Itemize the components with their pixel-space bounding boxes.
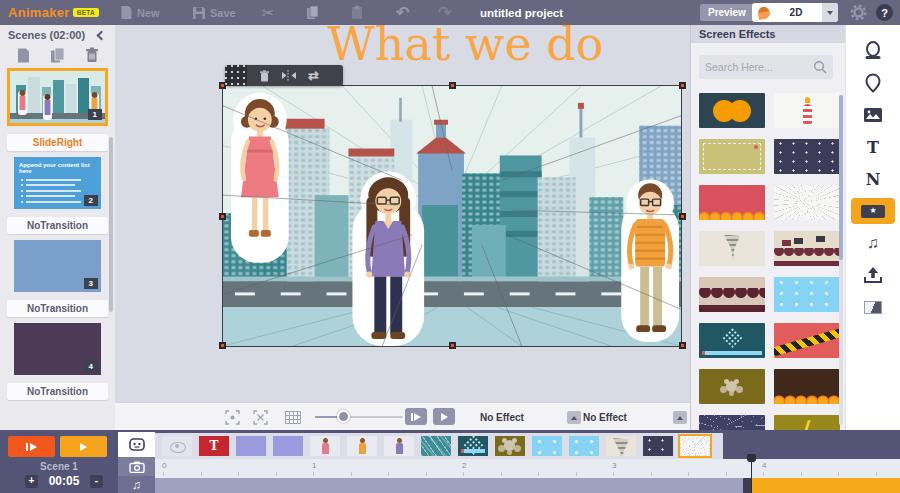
transition-button-scene-3[interactable]: NoTransition [7,300,108,317]
city-scene-image[interactable] [223,86,681,346]
redo-button[interactable]: ↷ [438,0,451,25]
effect-rocket[interactable] [774,93,840,128]
decrease-duration-button[interactable]: - [90,475,103,488]
transition-button-scene-2[interactable]: NoTransition [7,217,108,234]
effect-broken-glass[interactable] [699,415,765,430]
exit-effect-label[interactable]: No Effect [583,403,627,430]
slide-canvas[interactable] [222,85,682,347]
timeline-item-shape[interactable] [273,436,303,456]
center-focus-button[interactable] [225,403,240,430]
new-button[interactable]: New [120,0,160,25]
save-button[interactable]: Save [192,0,236,25]
resize-handle[interactable] [449,342,456,349]
timeline-item-effect-speedlines[interactable] [680,436,710,456]
scene-thumbnail-4[interactable]: 4 [14,323,101,375]
enter-effect-label[interactable]: No Effect [480,403,524,430]
timeline-item-character-purple[interactable] [384,436,414,456]
timeline-item-visibility[interactable] [162,436,192,456]
flip-button[interactable] [282,70,296,81]
chevron-down-icon[interactable] [822,3,838,22]
exit-effect-dropdown-button[interactable] [673,411,687,424]
undo-button[interactable]: ↶ [396,0,409,25]
timeline-ruler[interactable]: 01234 [155,459,900,478]
play-current-scene-button[interactable] [8,436,55,457]
resize-handle[interactable] [219,342,226,349]
camera-track-button[interactable] [118,457,155,476]
audio-clip-orange[interactable] [752,478,900,493]
effect-speed-lines[interactable] [774,185,840,220]
transition-button-scene-1[interactable]: SlideRight [7,134,108,151]
help-button[interactable]: ? [876,4,893,21]
tab-text[interactable]: T [846,131,900,163]
settings-button[interactable] [850,0,867,25]
timeline-item-effect-screen[interactable] [458,436,488,456]
effects-search-box[interactable] [699,55,833,79]
enter-effect-dropdown-button[interactable] [567,411,581,424]
scene-thumbnail-1[interactable]: 1 [7,68,108,126]
effect-crowd[interactable] [699,277,765,312]
audio-track-button[interactable] [118,476,155,493]
character-orange-shirt[interactable] [621,179,679,342]
duplicate-scene-icon[interactable] [50,47,67,63]
swap-button[interactable]: ⇄ [308,68,319,83]
tab-numbers[interactable]: N [846,163,900,195]
effect-flames[interactable] [774,369,840,404]
mode-dropdown[interactable]: 2D [752,3,838,22]
play-all-button[interactable] [60,436,107,457]
effect-binocular-view[interactable] [699,93,765,128]
play-from-here-button[interactable] [405,408,427,425]
character-pink-dress[interactable] [231,93,289,263]
resize-handle[interactable] [679,82,686,89]
cut-button[interactable]: ✂ [262,0,275,25]
playhead-pin[interactable] [747,454,756,462]
effect-camera-frame[interactable] [699,139,765,174]
transition-button-scene-4[interactable]: NoTransition [7,383,108,400]
resize-handle[interactable] [679,213,686,220]
delete-scene-icon[interactable] [85,47,99,63]
collapse-panel-icon[interactable] [97,30,107,40]
delete-item-button[interactable] [259,70,270,82]
effect-video-screen[interactable] [699,323,765,358]
add-scene-icon[interactable] [16,47,31,63]
timeline-item-title[interactable]: T [199,436,229,456]
character-purple-top[interactable] [352,171,424,346]
playhead[interactable] [747,454,756,493]
effect-lightning[interactable] [774,415,840,430]
tab-transitions[interactable] [846,291,900,323]
timeline-item-shape[interactable] [236,436,266,456]
timeline-item-character-pink[interactable] [310,436,340,456]
tab-effects-active[interactable] [851,198,895,224]
zoom-slider[interactable] [315,416,403,418]
timeline-item-effect-tornado[interactable] [606,436,636,456]
zoom-slider-thumb[interactable] [337,410,350,423]
resize-handle[interactable] [219,213,226,220]
tab-properties[interactable] [846,67,900,99]
effect-smoke-blast[interactable] [699,369,765,404]
drag-handle-icon[interactable] [225,65,247,86]
fit-screen-button[interactable] [253,403,268,430]
paste-button[interactable] [350,0,364,25]
scene-thumbnail-2[interactable]: Append your content list here2 [14,157,101,209]
scenes-scrollbar[interactable] [109,137,113,312]
increase-duration-button[interactable]: + [25,475,38,488]
items-track-button[interactable] [118,432,155,457]
resize-handle[interactable] [449,82,456,89]
effect-tornado[interactable] [699,231,765,266]
effect-fire[interactable] [699,185,765,220]
effect-protest-crowd[interactable] [774,231,840,266]
preview-button[interactable]: Preview [700,4,754,21]
search-input[interactable] [705,61,813,73]
timeline-item-effect-starry[interactable] [643,436,673,456]
grid-toggle-button[interactable] [285,403,301,430]
effect-caution-tape[interactable] [774,323,840,358]
tab-images[interactable] [846,99,900,131]
tab-characters[interactable] [846,35,900,67]
effect-starry-night[interactable] [774,139,840,174]
resize-handle[interactable] [679,342,686,349]
timeline-item-effect-snow[interactable] [532,436,562,456]
timeline-item-effect-rain[interactable] [421,436,451,456]
scene-thumbnail-3[interactable]: 3 [14,240,101,292]
timeline-item-effect-snow[interactable] [569,436,599,456]
project-title[interactable]: untitled project [480,0,563,25]
timeline-item-effect-smoke[interactable] [495,436,525,456]
